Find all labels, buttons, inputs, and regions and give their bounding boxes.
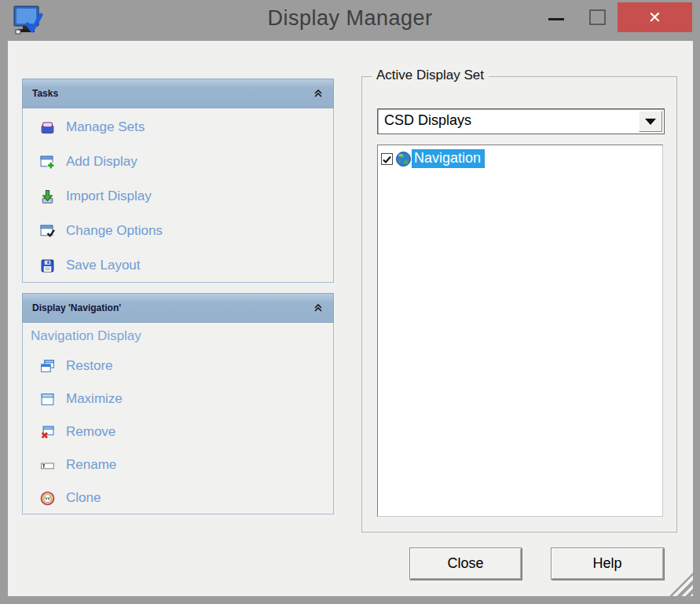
task-save-layout[interactable]: Save Layout xyxy=(23,248,333,283)
task-label: Change Options xyxy=(66,223,163,239)
display-pane-subtitle: Navigation Display xyxy=(23,323,333,350)
display-pane: Display 'Navigation' Navigation Display … xyxy=(22,293,334,514)
collapse-chevron-icon[interactable] xyxy=(313,89,324,98)
task-label: Manage Sets xyxy=(66,119,145,135)
task-label: Clone xyxy=(66,490,101,506)
help-button[interactable]: Help xyxy=(551,547,664,580)
task-label: Maximize xyxy=(66,391,123,407)
task-import-display[interactable]: Import Display xyxy=(23,179,333,214)
display-listbox[interactable]: Navigation xyxy=(377,145,663,517)
group-label: Active Display Set xyxy=(372,68,489,83)
task-change-options[interactable]: Change Options xyxy=(23,214,333,248)
task-maximize[interactable]: Maximize xyxy=(23,383,333,415)
import-display-icon xyxy=(40,189,55,204)
active-display-set-group: Active Display Set CSD Displays xyxy=(361,76,677,533)
change-options-icon xyxy=(40,224,55,239)
minimize-icon xyxy=(548,18,564,20)
combobox-dropdown-button[interactable] xyxy=(639,111,662,132)
remove-icon xyxy=(40,425,55,440)
clone-icon xyxy=(40,491,55,506)
list-item-label: Navigation xyxy=(412,149,485,168)
task-label: Save Layout xyxy=(66,258,141,273)
checkmark-icon xyxy=(382,155,392,165)
task-restore[interactable]: Restore xyxy=(23,350,333,383)
dialog-body: Tasks Manage Sets xyxy=(8,41,693,596)
task-remove[interactable]: Remove xyxy=(23,415,333,448)
resize-grip[interactable] xyxy=(669,573,693,596)
task-clone[interactable]: Clone xyxy=(23,481,333,514)
tasks-pane-body: Manage Sets Add Display Import Display xyxy=(22,108,334,283)
display-set-combobox[interactable]: CSD Displays xyxy=(377,108,665,134)
globe-icon xyxy=(395,151,412,167)
rename-icon xyxy=(40,458,55,473)
task-add-display[interactable]: Add Display xyxy=(23,145,333,179)
save-layout-icon xyxy=(40,258,55,273)
close-icon: ✕ xyxy=(648,9,662,26)
titlebar: Display Manager ✕ xyxy=(0,0,700,41)
chevron-down-icon xyxy=(645,119,656,125)
display-pane-header[interactable]: Display 'Navigation' xyxy=(22,293,334,323)
task-label: Add Display xyxy=(66,154,137,170)
manage-sets-icon xyxy=(40,120,55,135)
task-label: Restore xyxy=(66,358,113,374)
collapse-chevron-icon[interactable] xyxy=(313,303,324,313)
maximize-icon xyxy=(40,392,55,407)
display-pane-body: Navigation Display Restore Maximize xyxy=(22,323,334,514)
tasks-pane-title: Tasks xyxy=(32,88,58,99)
close-button[interactable]: Close xyxy=(409,547,522,580)
task-rename[interactable]: Rename xyxy=(23,448,333,481)
list-item[interactable]: Navigation xyxy=(381,149,659,168)
task-manage-sets[interactable]: Manage Sets xyxy=(23,110,333,145)
task-label: Rename xyxy=(66,457,116,473)
maximize-button[interactable] xyxy=(589,9,606,25)
tasks-pane: Tasks Manage Sets xyxy=(22,79,334,283)
combobox-value: CSD Displays xyxy=(384,112,471,129)
display-pane-title: Display 'Navigation' xyxy=(32,302,121,313)
close-window-button[interactable]: ✕ xyxy=(618,2,692,32)
task-label: Import Display xyxy=(66,189,152,204)
tasks-pane-header[interactable]: Tasks xyxy=(22,79,334,108)
task-label: Remove xyxy=(66,424,115,440)
add-display-icon xyxy=(40,155,55,170)
minimize-button[interactable] xyxy=(545,8,567,30)
restore-icon xyxy=(40,359,55,374)
item-checkbox[interactable] xyxy=(381,153,393,165)
